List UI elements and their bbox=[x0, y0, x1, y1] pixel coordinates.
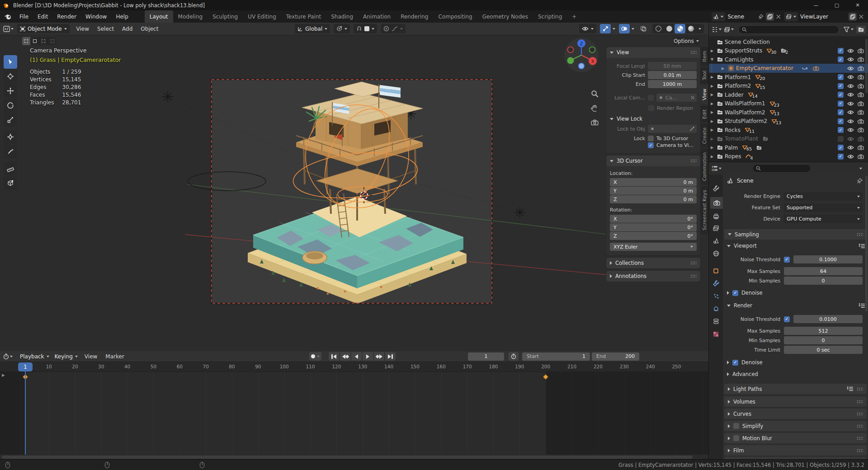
proportional-edit-icon[interactable] bbox=[383, 26, 389, 32]
clip-start-field[interactable]: 0.01 m bbox=[648, 71, 697, 79]
outliner-row[interactable]: ▶ Ropes 4 ✓ bbox=[709, 152, 868, 161]
outliner-row-disabled[interactable]: ▶ TomatoPlant bbox=[709, 134, 868, 143]
editor-type-dropdown[interactable] bbox=[3, 26, 14, 32]
tab-edit[interactable]: Edit bbox=[700, 106, 708, 122]
outliner-editor-type-dropdown[interactable] bbox=[712, 27, 722, 33]
noise-threshold-checkbox[interactable]: ✓ bbox=[784, 316, 790, 322]
hide-eye-icon[interactable] bbox=[847, 154, 854, 159]
to-3d-cursor-checkbox[interactable] bbox=[648, 136, 654, 141]
render-camera-icon[interactable] bbox=[858, 119, 864, 124]
presets-icon[interactable] bbox=[859, 303, 865, 309]
menu-keying[interactable]: Keying bbox=[52, 352, 80, 361]
exclude-checkbox[interactable]: ✓ bbox=[838, 56, 844, 62]
prev-keyframe-button[interactable] bbox=[340, 352, 350, 361]
noise-threshold-field[interactable]: 0.1000 bbox=[793, 255, 863, 263]
tab-render-props[interactable] bbox=[710, 197, 723, 209]
visibility-dropdown[interactable] bbox=[579, 24, 596, 33]
clear-camera-icon[interactable] bbox=[691, 96, 694, 99]
pin-icon[interactable] bbox=[857, 178, 863, 184]
play-button[interactable] bbox=[363, 352, 373, 361]
viewlayer-type-dropdown[interactable] bbox=[784, 12, 798, 21]
film-section-header[interactable]: Film bbox=[724, 445, 867, 456]
motion-blur-section-header[interactable]: Motion Blur bbox=[724, 433, 867, 443]
show-gizmo-toggle[interactable] bbox=[600, 24, 611, 33]
view-panel-header[interactable]: View bbox=[606, 47, 700, 58]
cursor-rot-y-field[interactable]: Y0° bbox=[610, 223, 697, 231]
exclude-checkbox[interactable]: ✓ bbox=[838, 145, 844, 150]
scene-type-dropdown[interactable] bbox=[712, 12, 725, 21]
noise-threshold-field[interactable]: 0.0100 bbox=[793, 315, 863, 323]
menu-help[interactable]: Help bbox=[111, 10, 132, 23]
tool-annotate[interactable] bbox=[4, 145, 17, 158]
tool-transform[interactable] bbox=[4, 130, 17, 144]
timeline-editor-type-dropdown[interactable] bbox=[3, 353, 13, 360]
gizmo-dropdown-chevron[interactable] bbox=[613, 28, 615, 30]
outliner-scrollbar[interactable] bbox=[865, 39, 868, 93]
noise-threshold-checkbox[interactable]: ✓ bbox=[784, 257, 790, 263]
render-region-checkbox[interactable] bbox=[648, 105, 654, 111]
presets-icon[interactable] bbox=[859, 243, 865, 249]
max-samples-field[interactable]: 512 bbox=[784, 327, 863, 335]
outliner-row[interactable]: ▶ WallsPlatform1 23 ✓ bbox=[709, 99, 868, 108]
tab-scripting[interactable]: Scripting bbox=[533, 10, 567, 23]
render-camera-icon[interactable] bbox=[858, 127, 864, 132]
viewport-denoise-subheader[interactable]: ✓Denoise bbox=[727, 290, 865, 296]
navigation-gizmo[interactable]: Z X bbox=[563, 37, 599, 73]
timeline-ruler[interactable]: 1102030405060708090100110120130140150160… bbox=[0, 362, 708, 372]
tab-world-props[interactable] bbox=[709, 248, 723, 259]
tab-object-props[interactable] bbox=[709, 265, 723, 277]
outliner-row[interactable]: ▶ WallsPlatform2 13 ✓ bbox=[709, 108, 868, 117]
select-mode-intersect[interactable] bbox=[48, 37, 57, 45]
tab-create[interactable]: Create bbox=[700, 124, 708, 148]
hide-eye-icon[interactable] bbox=[847, 48, 854, 53]
pan-hand-icon[interactable] bbox=[589, 102, 600, 114]
falloff-curve-icon[interactable] bbox=[392, 26, 398, 32]
menu-render[interactable]: Render bbox=[52, 10, 81, 23]
timeline-horizontal-scrollbar[interactable] bbox=[2, 456, 693, 459]
play-reverse-button[interactable] bbox=[351, 352, 362, 361]
menu-edit[interactable]: Edit bbox=[33, 10, 52, 23]
render-camera-icon[interactable] bbox=[858, 154, 864, 159]
light-paths-section-header[interactable]: Light Paths bbox=[724, 384, 867, 394]
simplify-checkbox[interactable] bbox=[733, 423, 739, 429]
new-collection-button[interactable] bbox=[856, 26, 866, 33]
select-mode-subtract[interactable] bbox=[39, 37, 48, 45]
hide-eye-icon[interactable] bbox=[847, 66, 854, 71]
tool-scale[interactable] bbox=[4, 113, 17, 127]
outliner-row-scene-collection[interactable]: Scene Collection bbox=[709, 38, 868, 47]
menu-file[interactable]: File bbox=[15, 10, 33, 23]
breadcrumb-scene[interactable]: Scene bbox=[737, 178, 754, 184]
outliner-row[interactable]: ▶ Palm 65 ✓ bbox=[709, 143, 868, 152]
timeline-track[interactable]: ▶ bbox=[0, 372, 708, 455]
channel-expand-chevron[interactable]: ▶ bbox=[2, 373, 5, 377]
menu-view-timeline[interactable]: View bbox=[80, 353, 101, 360]
tab-modeling[interactable]: Modeling bbox=[173, 10, 208, 23]
outliner-row[interactable]: ▶ SupportStruts 30 2 ✓ bbox=[709, 46, 868, 55]
zoom-tool-icon[interactable] bbox=[589, 88, 600, 99]
tab-animation[interactable]: Animation bbox=[358, 10, 396, 23]
current-frame-field[interactable]: 1 bbox=[468, 352, 504, 361]
tab-shading[interactable]: Shading bbox=[326, 10, 358, 23]
frame-start-field[interactable]: Start1 bbox=[522, 352, 590, 361]
tab-screencast-keys[interactable]: Screencast Keys bbox=[700, 186, 708, 234]
tab-layout[interactable]: Layout bbox=[145, 10, 173, 23]
tab-rendering[interactable]: Rendering bbox=[396, 10, 433, 23]
menu-window[interactable]: Window bbox=[81, 10, 111, 23]
hide-eye-icon[interactable] bbox=[847, 119, 854, 124]
hide-eye-icon[interactable] bbox=[847, 127, 854, 132]
tab-uv-editing[interactable]: UV Editing bbox=[243, 10, 281, 23]
outliner-row[interactable]: ▶ Ladder 14 ✓ bbox=[709, 90, 868, 99]
frame-end-field[interactable]: End200 bbox=[592, 352, 639, 361]
render-camera-icon[interactable] bbox=[858, 136, 864, 141]
render-camera-icon[interactable] bbox=[858, 101, 864, 106]
hide-eye-icon[interactable] bbox=[847, 57, 854, 62]
tab-texture-paint[interactable]: Texture Paint bbox=[281, 10, 326, 23]
tab-tool-props[interactable] bbox=[709, 183, 723, 194]
tab-commotion[interactable]: Commotion bbox=[700, 149, 708, 185]
use-preview-range-button[interactable] bbox=[509, 352, 519, 361]
select-mode-extend[interactable] bbox=[31, 37, 39, 45]
curves-section-header[interactable]: Curves bbox=[724, 409, 867, 419]
cursor-rot-z-field[interactable]: Z0° bbox=[610, 232, 697, 240]
jump-to-start-button[interactable] bbox=[329, 352, 339, 361]
tab-particle-props[interactable] bbox=[709, 290, 723, 302]
